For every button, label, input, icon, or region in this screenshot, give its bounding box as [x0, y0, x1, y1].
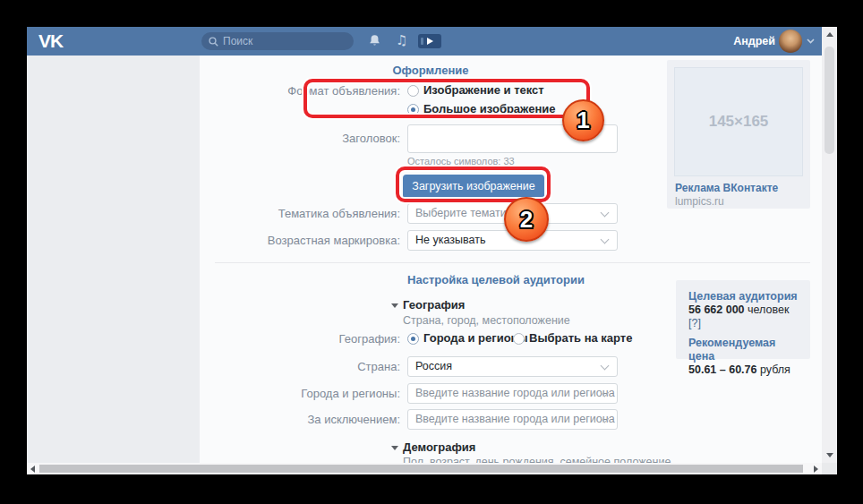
section-title-design: Оформление — [200, 64, 662, 77]
chevron-down-icon — [601, 362, 610, 371]
bell-icon[interactable] — [368, 34, 381, 47]
top-navigation-bar: VK ♫ Андрей — [27, 27, 822, 56]
section-divider — [215, 262, 810, 263]
topic-select-value: Выберите тематику — [415, 207, 517, 219]
radio-cities-regions[interactable] — [407, 333, 419, 345]
recommended-price-value: 50.61 – 60.76 рубля — [688, 363, 798, 377]
cities-select[interactable]: Введите название города или региона — [407, 383, 618, 404]
chars-left-counter: Осталось символов: 33 — [407, 156, 515, 167]
audience-help-link[interactable]: [?] — [688, 317, 701, 329]
radio-select-on-map-label[interactable]: Выбрать на карте — [529, 331, 632, 345]
geography-group-header[interactable]: География — [403, 298, 465, 312]
radio-select-on-map[interactable] — [513, 333, 525, 345]
audience-stats-card: Целевая аудитория 56 662 000 человек [?]… — [676, 280, 810, 359]
price-unit: рубля — [756, 363, 790, 376]
scroll-down-arrow-icon[interactable] — [826, 453, 833, 457]
topic-label: Тематика объявления: — [200, 207, 400, 220]
search-icon — [209, 37, 218, 47]
except-select-placeholder: Введите название города или региона — [415, 413, 615, 425]
horizontal-scrollbar[interactable] — [27, 463, 822, 474]
demography-group-header[interactable]: Демография — [403, 440, 475, 454]
audience-unit: человек — [745, 303, 790, 316]
country-select[interactable]: Россия — [407, 356, 618, 377]
headline-label: Заголовок: — [200, 132, 400, 145]
cities-select-placeholder: Введите название города или региона — [415, 387, 615, 399]
country-select-value: Россия — [415, 360, 452, 372]
left-background-column — [27, 56, 200, 463]
annotation-box-1 — [303, 79, 590, 118]
vk-logo[interactable]: VK — [38, 30, 63, 52]
geography-group-subtitle: Страна, город, местоположение — [403, 314, 570, 327]
search-input[interactable] — [223, 35, 330, 47]
annotation-badge-2: 2 — [504, 197, 549, 242]
ad-preview-title[interactable]: Реклама ВКонтакте — [675, 182, 778, 194]
search-bar[interactable] — [201, 32, 354, 50]
target-audience-value: 56 662 000 человек [?] — [688, 303, 798, 330]
scrollbar-corner — [822, 463, 837, 474]
horizontal-scrollbar-thumb[interactable] — [39, 465, 803, 473]
chevron-down-icon[interactable] — [807, 38, 815, 44]
recommended-price-title: Рекомендуемая цена — [688, 337, 798, 363]
age-mark-select-value: Не указывать — [415, 234, 485, 246]
vk-page: VK ♫ Андрей Оформление Формат объявления… — [27, 27, 837, 474]
except-select[interactable]: Введите название города или региона — [407, 409, 618, 430]
age-mark-label: Возрастная маркировка: — [200, 234, 400, 247]
chevron-down-icon — [601, 209, 610, 218]
music-icon[interactable]: ♫ — [396, 32, 407, 48]
chevron-down-icon — [601, 235, 610, 244]
country-label: Страна: — [200, 360, 400, 373]
ad-preview-card: 145×165 Реклама ВКонтакте lumpics.ru — [667, 60, 810, 209]
price-number: 50.61 – 60.76 — [688, 363, 756, 376]
vertical-scrollbar[interactable] — [822, 27, 837, 463]
user-name[interactable]: Андрей — [733, 35, 775, 47]
scroll-up-arrow-icon[interactable] — [826, 32, 833, 37]
collapse-triangle-icon[interactable] — [391, 446, 398, 450]
avatar[interactable] — [779, 30, 802, 53]
except-label: За исключением: — [200, 413, 400, 426]
audience-number: 56 662 000 — [688, 303, 745, 316]
target-audience-title: Целевая аудитория — [688, 290, 798, 303]
scroll-left-arrow-icon[interactable] — [30, 466, 35, 473]
cities-label: Города и регионы: — [200, 387, 400, 400]
ad-image-placeholder: 145×165 — [674, 67, 803, 176]
geography-label: География: — [200, 332, 400, 346]
scroll-right-arrow-icon[interactable] — [814, 466, 818, 473]
vertical-scrollbar-thumb[interactable] — [825, 47, 834, 154]
annotation-badge-1: 1 — [562, 99, 604, 141]
video-icon[interactable] — [418, 34, 441, 48]
collapse-triangle-icon[interactable] — [391, 303, 398, 308]
ad-preview-domain: lumpics.ru — [675, 195, 724, 208]
